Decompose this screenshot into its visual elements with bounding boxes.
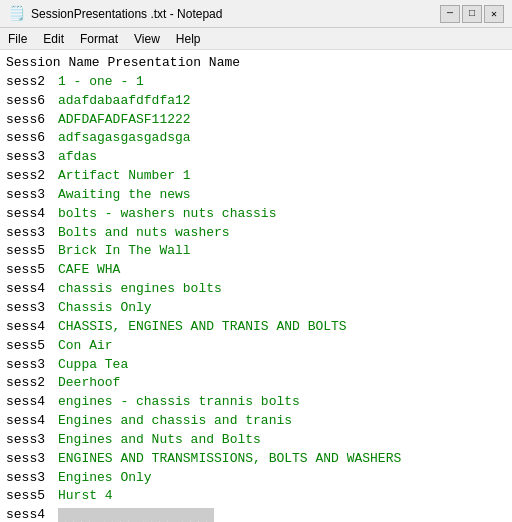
- header-session: Session Name Presentation Name: [6, 55, 240, 70]
- presentation-name-cell: 1 - one - 1: [58, 73, 144, 92]
- session-cell: sess6: [6, 111, 58, 130]
- table-row: sess5Con Air: [6, 337, 506, 356]
- minimize-button[interactable]: ─: [440, 5, 460, 23]
- presentation-name-cell: Engines and chassis and tranis: [58, 412, 292, 431]
- presentation-name-cell: engines - chassis trannis bolts: [58, 393, 300, 412]
- presentation-name-cell: Con Air: [58, 337, 113, 356]
- session-cell: sess4: [6, 506, 58, 522]
- table-row: sess6adafdabaafdfdfa12: [6, 92, 506, 111]
- session-cell: sess6: [6, 92, 58, 111]
- session-cell: sess3: [6, 299, 58, 318]
- presentation-name-cell: ████████████████████: [58, 506, 214, 522]
- session-cell: sess3: [6, 356, 58, 375]
- session-cell: sess2: [6, 73, 58, 92]
- table-row: sess3afdas: [6, 148, 506, 167]
- table-row: sess3Engines and Nuts and Bolts: [6, 431, 506, 450]
- session-cell: sess2: [6, 374, 58, 393]
- table-row: sess5Brick In The Wall: [6, 242, 506, 261]
- table-row: sess4████████████████████: [6, 506, 506, 522]
- session-cell: sess2: [6, 167, 58, 186]
- presentation-name-cell: Artifact Number 1: [58, 167, 191, 186]
- presentation-name-cell: ENGINES AND TRANSMISSIONS, BOLTS AND WAS…: [58, 450, 401, 469]
- session-cell: sess5: [6, 487, 58, 506]
- session-cell: sess4: [6, 280, 58, 299]
- session-cell: sess3: [6, 148, 58, 167]
- presentation-name-cell: Engines Only: [58, 469, 152, 488]
- table-row: sess3ENGINES AND TRANSMISSIONS, BOLTS AN…: [6, 450, 506, 469]
- table-row: sess4bolts - washers nuts chassis: [6, 205, 506, 224]
- presentation-name-cell: bolts - washers nuts chassis: [58, 205, 276, 224]
- table-row: sess21 - one - 1: [6, 73, 506, 92]
- menu-view[interactable]: View: [126, 30, 168, 48]
- maximize-button[interactable]: □: [462, 5, 482, 23]
- table-row: sess6adfsagasgasgadsga: [6, 129, 506, 148]
- session-cell: sess4: [6, 412, 58, 431]
- presentation-name-cell: Hurst 4: [58, 487, 113, 506]
- presentation-name-cell: Chassis Only: [58, 299, 152, 318]
- session-cell: sess6: [6, 129, 58, 148]
- session-cell: sess3: [6, 469, 58, 488]
- table-row: sess4Engines and chassis and tranis: [6, 412, 506, 431]
- presentation-name-cell: Cuppa Tea: [58, 356, 128, 375]
- session-cell: sess4: [6, 393, 58, 412]
- menu-help[interactable]: Help: [168, 30, 209, 48]
- redacted-text: ████████████████████: [58, 508, 214, 521]
- menu-edit[interactable]: Edit: [35, 30, 72, 48]
- presentation-name-cell: CAFE WHA: [58, 261, 120, 280]
- table-row: sess2Artifact Number 1: [6, 167, 506, 186]
- table-row: sess5CAFE WHA: [6, 261, 506, 280]
- session-cell: sess4: [6, 205, 58, 224]
- presentation-name-cell: Brick In The Wall: [58, 242, 191, 261]
- presentation-name-cell: ADFDAFADFASF11222: [58, 111, 191, 130]
- table-row: sess2Deerhoof: [6, 374, 506, 393]
- session-cell: sess4: [6, 318, 58, 337]
- session-cell: sess3: [6, 224, 58, 243]
- presentation-name-cell: adafdabaafdfdfa12: [58, 92, 191, 111]
- table-row: sess5Hurst 4: [6, 487, 506, 506]
- presentation-name-cell: chassis engines bolts: [58, 280, 222, 299]
- close-button[interactable]: ✕: [484, 5, 504, 23]
- session-cell: sess5: [6, 337, 58, 356]
- menu-file[interactable]: File: [0, 30, 35, 48]
- table-row: sess3Awaiting the news: [6, 186, 506, 205]
- session-cell: sess3: [6, 186, 58, 205]
- session-cell: sess5: [6, 242, 58, 261]
- app-icon: 🗒️: [8, 5, 25, 22]
- table-row: sess3Cuppa Tea: [6, 356, 506, 375]
- presentation-name-cell: afdas: [58, 148, 97, 167]
- title-bar: 🗒️ SessionPresentations .txt - Notepad ─…: [0, 0, 512, 28]
- presentation-name-cell: Awaiting the news: [58, 186, 191, 205]
- session-cell: sess3: [6, 431, 58, 450]
- table-row: sess4CHASSIS, ENGINES AND TRANIS AND BOL…: [6, 318, 506, 337]
- table-row: sess3Engines Only: [6, 469, 506, 488]
- presentation-name-cell: Bolts and nuts washers: [58, 224, 230, 243]
- window-controls: ─ □ ✕: [440, 5, 504, 23]
- session-cell: sess3: [6, 450, 58, 469]
- presentation-name-cell: Engines and Nuts and Bolts: [58, 431, 261, 450]
- presentation-name-cell: CHASSIS, ENGINES AND TRANIS AND BOLTS: [58, 318, 347, 337]
- title-bar-text: SessionPresentations .txt - Notepad: [31, 7, 434, 21]
- presentation-name-cell: Deerhoof: [58, 374, 120, 393]
- presentation-name-cell: adfsagasgasgadsga: [58, 129, 191, 148]
- table-row: sess3Bolts and nuts washers: [6, 224, 506, 243]
- table-row: sess6ADFDAFADFASF11222: [6, 111, 506, 130]
- column-header: Session Name Presentation Name: [6, 54, 506, 73]
- table-row: sess4engines - chassis trannis bolts: [6, 393, 506, 412]
- menu-format[interactable]: Format: [72, 30, 126, 48]
- table-row: sess3Chassis Only: [6, 299, 506, 318]
- session-cell: sess5: [6, 261, 58, 280]
- menu-bar: File Edit Format View Help: [0, 28, 512, 50]
- table-row: sess4chassis engines bolts: [6, 280, 506, 299]
- text-content: Session Name Presentation Name sess21 - …: [0, 50, 512, 522]
